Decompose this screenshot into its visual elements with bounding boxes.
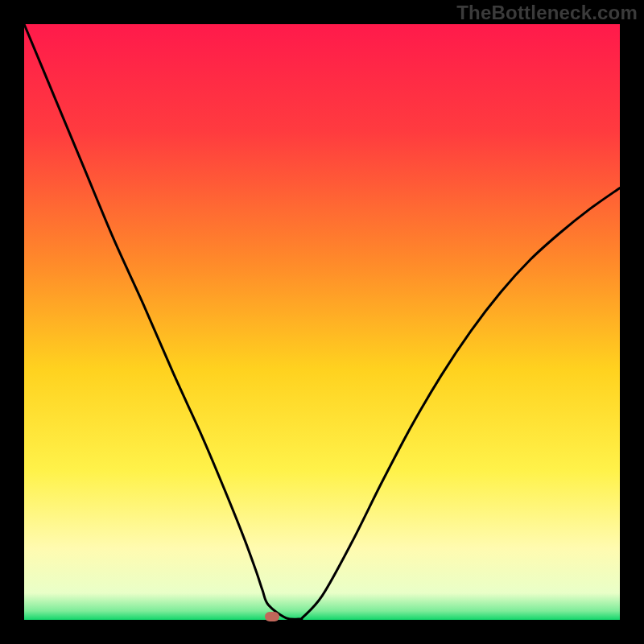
optimal-point-marker [265,612,279,621]
watermark-text: TheBottleneck.com [456,2,638,24]
plot-background [24,24,620,620]
chart-frame: TheBottleneck.com [0,0,644,644]
bottleneck-chart [0,0,644,644]
